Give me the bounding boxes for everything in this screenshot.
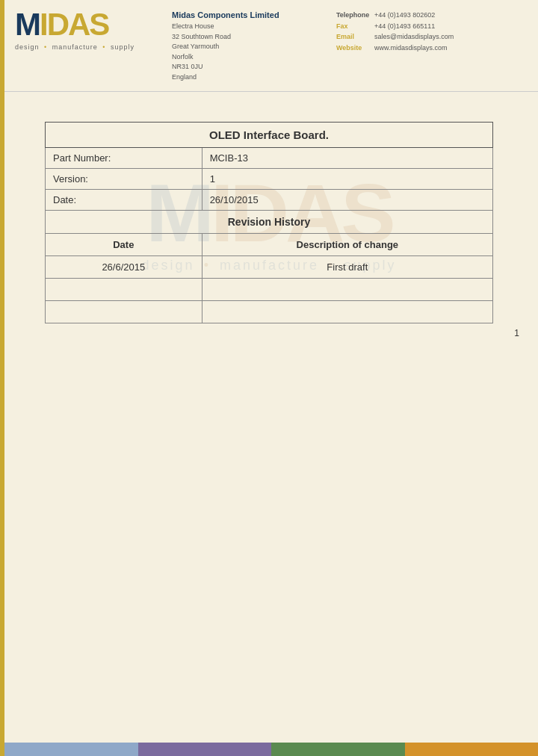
revision-history-label: Revision History (46, 211, 493, 234)
date-label: Date: (46, 190, 202, 211)
row2-description (202, 279, 492, 301)
main-content: MIDAS design • manufacture • supply OLED… (0, 92, 538, 353)
row3-date (46, 301, 202, 323)
website-label: Website (336, 43, 370, 53)
revision-history-header: Revision History (46, 211, 493, 234)
address-line-4: Norfolk (172, 52, 336, 63)
address-line-5: NR31 0JU (172, 62, 336, 72)
row3-description (202, 301, 492, 323)
contact-info: Telephone +44 (0)1493 802602 Fax +44 (0)… (336, 9, 523, 52)
version-value: 1 (202, 169, 492, 190)
bar-segment-blue (4, 743, 138, 756)
bar-segment-green (271, 743, 405, 756)
table-row-3 (46, 301, 493, 323)
bar-segment-purple (138, 743, 272, 756)
telephone-value: +44 (0)1493 802602 (374, 10, 435, 20)
logo-m-letter: M (15, 9, 40, 40)
tagline-dot-2: • (102, 43, 105, 51)
date-row: Date: 26/10/2015 (46, 190, 493, 211)
tagline-dot-1: • (44, 43, 47, 51)
website-value: www.midasdisplays.com (374, 43, 448, 53)
address-line-1: Electra House (172, 22, 336, 32)
contact-email: Email sales@midasdisplays.com (336, 32, 523, 42)
address-line-3: Great Yarmouth (172, 42, 336, 52)
header: M IDAS design • manufacture • supply Mid… (0, 0, 538, 92)
tagline-manufacture: manufacture (52, 43, 98, 51)
row2-date (46, 279, 202, 301)
email-value: sales@midasdisplays.com (374, 32, 454, 42)
col-date-header: Date (46, 234, 202, 256)
email-label: Email (336, 32, 370, 42)
logo: M IDAS (15, 9, 149, 40)
fax-label: Fax (336, 22, 370, 31)
address-line-6: England (172, 72, 336, 83)
table-row-1: 26/6/2015 First draft (46, 256, 493, 279)
company-address: Electra House 32 Southtown Road Great Ya… (172, 22, 336, 82)
logo-tagline: design • manufacture • supply (15, 43, 149, 51)
title-row: OLED Interface Board. (46, 123, 493, 148)
address-line-2: 32 Southtown Road (172, 32, 336, 43)
version-row: Version: 1 (46, 169, 493, 190)
column-headers: Date Description of change (46, 234, 493, 256)
company-info: Midas Components Limited Electra House 3… (172, 9, 336, 82)
table-row-2 (46, 279, 493, 301)
document-title: OLED Interface Board. (46, 123, 493, 148)
part-number-value: MCIB-13 (202, 148, 492, 169)
tagline-supply: supply (111, 43, 134, 51)
company-name: Midas Components Limited (172, 10, 336, 19)
row1-date: 26/6/2015 (46, 256, 202, 279)
bottom-color-bar (4, 743, 538, 756)
col-description-header: Description of change (202, 234, 492, 256)
fax-value: +44 (0)1493 665111 (374, 22, 435, 31)
tagline-design: design (15, 43, 40, 51)
contact-website: Website www.midasdisplays.com (336, 43, 523, 53)
logo-section: M IDAS design • manufacture • supply (15, 9, 149, 51)
date-value: 26/10/2015 (202, 190, 492, 211)
bar-segment-orange (405, 743, 539, 756)
logo-idas-letters: IDAS (40, 9, 108, 40)
document-table: OLED Interface Board. Part Number: MCIB-… (45, 122, 493, 323)
contact-telephone: Telephone +44 (0)1493 802602 (336, 10, 523, 20)
part-number-row: Part Number: MCIB-13 (46, 148, 493, 169)
part-number-label: Part Number: (46, 148, 202, 169)
page-number: 1 (514, 328, 519, 338)
telephone-label: Telephone (336, 10, 370, 20)
version-label: Version: (46, 169, 202, 190)
contact-fax: Fax +44 (0)1493 665111 (336, 22, 523, 31)
row1-description: First draft (202, 256, 492, 279)
